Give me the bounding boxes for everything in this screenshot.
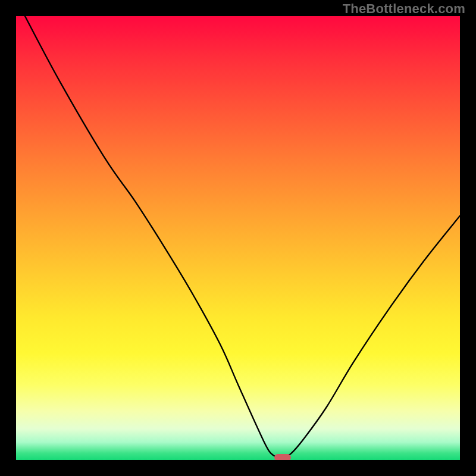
bottleneck-curve	[16, 16, 460, 460]
curve-path	[25, 16, 460, 459]
watermark-text: TheBottleneck.com	[343, 1, 465, 17]
plot-area	[16, 16, 460, 460]
chart-frame: TheBottleneck.com	[0, 0, 476, 476]
optimal-marker	[274, 454, 291, 460]
